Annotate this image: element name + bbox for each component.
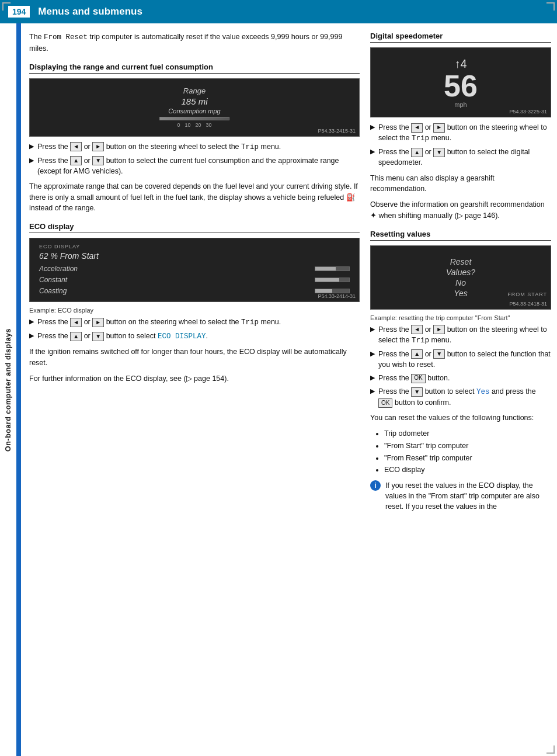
intro-paragraph: The From Reset trip computer is automati…: [29, 32, 360, 54]
eco-bullet-arrow-2: ▶: [29, 331, 34, 341]
eco-bar-constant-fill: [315, 278, 339, 282]
eco-down-btn: ▼: [92, 332, 104, 341]
range-bullet-2-text: Press the ▲ or ▼ button to select the cu…: [37, 155, 360, 176]
range-bullet-1: ▶ Press the ◄ or ► button on the steerin…: [29, 141, 360, 152]
eco-para-2: For further information on the ECO displ…: [29, 373, 360, 384]
eco-bullet-1: ▶ Press the ◄ or ► button on the steerin…: [29, 317, 360, 328]
eco-bullet-2-text: Press the ▲ or ▼ button to select ECO DI…: [37, 331, 208, 342]
speed-number: 56: [444, 71, 478, 101]
reset-bullet-2-text: Press the ▲ or ▼ button to select the fu…: [378, 349, 551, 370]
from-start-label: FROM START: [507, 292, 547, 297]
range-bar: [159, 117, 229, 120]
yes-label: Yes: [476, 388, 490, 396]
range-label: Range: [183, 86, 206, 95]
side-label-container: On-board computer and displays: [0, 23, 16, 756]
speed-right-btn: ►: [433, 123, 445, 133]
reset-bullets: ▶ Press the ◄ or ► button on the steerin…: [370, 324, 551, 408]
speed-bullet-2: ▶ Press the ▲ or ▼ button to select the …: [370, 147, 551, 168]
info-box: i If you reset the values in the ECO dis…: [370, 480, 551, 512]
reset-bullet-3: ▶ Press the OK button.: [370, 373, 551, 383]
section-heading-range: Displaying the range and current fuel co…: [29, 63, 360, 74]
range-bullet-1-text: Press the ◄ or ► button on the steering …: [37, 141, 281, 152]
eco-display-image: ECO DISPLAY 62 % From Start Acceleration…: [29, 238, 360, 302]
left-arrow-btn: ◄: [70, 142, 82, 151]
reset-bullet-1-text: Press the ◄ or ► button on the steering …: [378, 324, 551, 346]
eco-row-constant: Constant: [39, 276, 350, 284]
info-text: If you reset the values in the ECO displ…: [385, 480, 551, 512]
side-label-text: On-board computer and displays: [4, 328, 12, 452]
reset-down-btn-2: ▼: [411, 387, 423, 397]
speed-para-1: This menu can also display a gearshift r…: [370, 173, 551, 195]
eco-bar-coasting-fill: [315, 289, 332, 293]
range-bullets: ▶ Press the ◄ or ► button on the steerin…: [29, 141, 360, 176]
reset-display-label: P54.33-2418-31: [509, 301, 547, 307]
reset-bullet-arrow-2: ▶: [370, 349, 375, 359]
eco-right-btn: ►: [92, 318, 104, 327]
reset-bullet-3-text: Press the OK button.: [378, 373, 450, 383]
corner-mark-tr: [546, 2, 555, 11]
eco-coasting-label: Coasting: [39, 287, 67, 295]
section-heading-reset: Resetting values: [370, 230, 551, 241]
dot-item-2: "From Start" trip computer: [384, 441, 551, 452]
right-column: Digital speedometer ↑4 56 mph P54.33-322…: [370, 32, 551, 512]
side-bar-blue: [16, 23, 21, 756]
reset-line-1: Reset: [450, 257, 472, 266]
bullet-arrow-1: ▶: [29, 142, 34, 151]
eco-constant-label: Constant: [39, 276, 67, 284]
reset-bullet-2: ▶ Press the ▲ or ▼ button to select the …: [370, 349, 551, 370]
eco-title-label: ECO DISPLAY: [39, 244, 80, 249]
eco-para-1: If the ignition remains switched off for…: [29, 346, 360, 369]
consumption-label: Consumption mpg: [168, 107, 220, 115]
reset-line-yes: Yes: [454, 289, 467, 298]
trip-label-reset: Trip: [412, 337, 429, 345]
reset-bullet-1: ▶ Press the ◄ or ► button on the steerin…: [370, 324, 551, 346]
range-value: 185 mi: [181, 96, 207, 106]
speed-display-image: ↑4 56 mph P54.33-3225-31: [370, 47, 551, 117]
reset-caption: Example: resetting the trip computer "Fr…: [370, 314, 551, 321]
reset-para-intro: You can reset the values of the followin…: [370, 412, 551, 424]
eco-caption: Example: ECO display: [29, 307, 360, 314]
dot-item-4: ECO display: [384, 464, 551, 476]
dot-item-1: Trip odometer: [384, 428, 551, 439]
range-bullet-2: ▶ Press the ▲ or ▼ button to select the …: [29, 155, 360, 176]
corner-mark-br: [546, 745, 555, 754]
info-icon: i: [370, 480, 381, 491]
speed-left-btn: ◄: [411, 123, 423, 133]
speed-bullet-arrow-2: ▶: [370, 147, 375, 157]
bullet-arrow-2: ▶: [29, 156, 34, 165]
eco-bar-constant: [315, 278, 350, 282]
eco-bar-acceleration: [315, 266, 350, 271]
range-bar-area: [159, 117, 229, 120]
page-title: Menus and submenus: [38, 6, 142, 18]
range-display-image: Range 185 mi Consumption mpg 0 10 20 30 …: [29, 78, 360, 137]
eco-from-start-label: 62 % From Start: [39, 251, 99, 261]
range-para: The approximate range that can be covere…: [29, 181, 360, 214]
right-arrow-btn: ►: [92, 142, 104, 151]
reset-display-image: Reset Values? No Yes FROM START P54.33-2…: [370, 245, 551, 310]
eco-up-btn: ▲: [70, 332, 82, 341]
reset-line-no: No: [455, 278, 466, 287]
eco-bullet-2: ▶ Press the ▲ or ▼ button to select ECO …: [29, 331, 360, 342]
speed-para-2: Observe the information on gearshift rec…: [370, 199, 551, 221]
speed-bullet-1-text: Press the ◄ or ► button on the steering …: [378, 122, 551, 144]
speed-down-btn: ▼: [433, 148, 445, 157]
ok-btn-2: OK: [378, 398, 392, 408]
reset-line-2: Values?: [446, 268, 475, 277]
speed-bullet-arrow-1: ▶: [370, 123, 375, 132]
page-number: 194: [8, 6, 30, 18]
eco-row-acceleration: Acceleration: [39, 265, 350, 273]
reset-down-btn: ▼: [433, 349, 445, 359]
speed-bullet-2-text: Press the ▲ or ▼ button to select the di…: [378, 147, 551, 168]
eco-bullets: ▶ Press the ◄ or ► button on the steerin…: [29, 317, 360, 342]
header-bar: 194 Menus and submenus: [0, 0, 557, 23]
eco-row-coasting: Coasting: [39, 287, 350, 295]
reset-left-btn: ◄: [411, 325, 423, 334]
down-arrow-btn-1: ▼: [92, 156, 104, 165]
speed-display-label: P54.33-3225-31: [509, 109, 547, 115]
reset-bullet-arrow-3: ▶: [370, 373, 375, 383]
trip-label-1: Trip: [241, 143, 259, 151]
reset-bullet-arrow-4: ▶: [370, 387, 375, 396]
section-heading-speed: Digital speedometer: [370, 32, 551, 43]
eco-bar-coasting: [315, 289, 350, 293]
section-heading-eco: ECO display: [29, 222, 360, 233]
